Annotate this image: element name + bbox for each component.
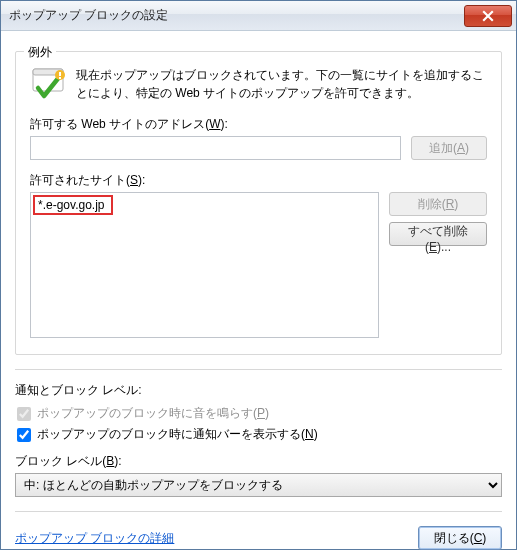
info-text: 現在ポップアップはブロックされています。下の一覧にサイトを追加することにより、特… <box>76 66 487 102</box>
allowed-sites-label: 許可されたサイト(S): <box>30 172 487 189</box>
close-icon <box>482 10 494 22</box>
sound-checkbox[interactable] <box>17 407 31 421</box>
address-label: 許可する Web サイトのアドレス(W): <box>30 116 487 133</box>
notification-section-title: 通知とブロック レベル: <box>15 382 502 399</box>
window-close-button[interactable] <box>464 5 512 27</box>
notifybar-checkbox-label: ポップアップのブロック時に通知バーを表示する(N) <box>37 426 318 443</box>
notifybar-checkbox-row: ポップアップのブロック時に通知バーを表示する(N) <box>17 426 502 443</box>
close-button[interactable]: 閉じる(C) <box>418 526 502 550</box>
exceptions-group-title: 例外 <box>24 44 56 61</box>
titlebar: ポップアップ ブロックの設定 <box>1 1 516 31</box>
info-row: 現在ポップアップはブロックされています。下の一覧にサイトを追加することにより、特… <box>30 66 487 102</box>
allowed-sites-listbox[interactable]: *.e-gov.go.jp <box>30 192 379 338</box>
remove-button[interactable]: 削除(R) <box>389 192 487 216</box>
add-button[interactable]: 追加(A) <box>411 136 487 160</box>
svg-rect-3 <box>59 72 61 76</box>
bottom-row: ポップアップ ブロックの詳細 閉じる(C) <box>15 511 502 550</box>
address-input[interactable] <box>30 136 401 160</box>
notification-section: 通知とブロック レベル: ポップアップのブロック時に音を鳴らす(P) ポップアッ… <box>15 369 502 497</box>
list-item[interactable]: *.e-gov.go.jp <box>33 195 113 215</box>
block-level-label: ブロック レベル(B): <box>15 453 502 470</box>
popup-blocker-settings-window: ポップアップ ブロックの設定 例外 現在ポップアップはブロックされています。下の… <box>0 0 517 550</box>
sound-checkbox-label: ポップアップのブロック時に音を鳴らす(P) <box>37 405 269 422</box>
sound-checkbox-row: ポップアップのブロック時に音を鳴らす(P) <box>17 405 502 422</box>
remove-all-button[interactable]: すべて削除(E)... <box>389 222 487 246</box>
svg-rect-4 <box>59 77 61 79</box>
content-area: 例外 現在ポップアップはブロックされています。下の一覧にサイトを追加することによ… <box>1 31 516 550</box>
window-title: ポップアップ ブロックの設定 <box>1 7 168 24</box>
block-level-select[interactable]: 中: ほとんどの自動ポップアップをブロックする <box>15 473 502 497</box>
details-link[interactable]: ポップアップ ブロックの詳細 <box>15 530 174 547</box>
exceptions-group: 例外 現在ポップアップはブロックされています。下の一覧にサイトを追加することによ… <box>15 51 502 355</box>
allow-icon <box>30 66 66 102</box>
notifybar-checkbox[interactable] <box>17 428 31 442</box>
